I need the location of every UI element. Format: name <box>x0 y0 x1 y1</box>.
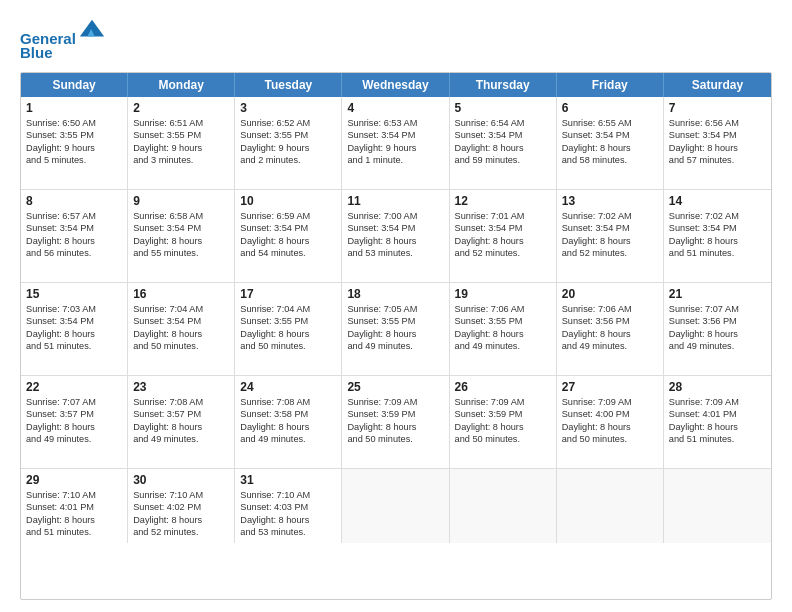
cell-line: Sunrise: 6:58 AM <box>133 210 229 222</box>
cell-line: Daylight: 8 hours <box>347 328 443 340</box>
cell-line: and 3 minutes. <box>133 154 229 166</box>
cell-line: Sunset: 4:01 PM <box>26 501 122 513</box>
cell-line: Daylight: 8 hours <box>669 235 766 247</box>
cell-line: and 53 minutes. <box>240 526 336 538</box>
cell-line: Sunset: 3:56 PM <box>562 315 658 327</box>
cell-line: and 50 minutes. <box>347 433 443 445</box>
cell-line: Sunrise: 7:01 AM <box>455 210 551 222</box>
day-cell-5: 5Sunrise: 6:54 AMSunset: 3:54 PMDaylight… <box>450 97 557 189</box>
cell-line: Daylight: 9 hours <box>347 142 443 154</box>
cell-line: Sunrise: 7:08 AM <box>240 396 336 408</box>
day-cell-3: 3Sunrise: 6:52 AMSunset: 3:55 PMDaylight… <box>235 97 342 189</box>
day-number: 5 <box>455 101 551 115</box>
cell-line: Daylight: 8 hours <box>26 235 122 247</box>
calendar-row-2: 8Sunrise: 6:57 AMSunset: 3:54 PMDaylight… <box>21 189 771 282</box>
day-cell-30: 30Sunrise: 7:10 AMSunset: 4:02 PMDayligh… <box>128 469 235 543</box>
cell-line: Sunset: 3:54 PM <box>562 222 658 234</box>
cell-line: Daylight: 8 hours <box>562 142 658 154</box>
cell-line: Sunset: 3:59 PM <box>455 408 551 420</box>
cell-line: and 1 minute. <box>347 154 443 166</box>
cell-line: Sunrise: 7:09 AM <box>669 396 766 408</box>
day-number: 11 <box>347 194 443 208</box>
day-cell-14: 14Sunrise: 7:02 AMSunset: 3:54 PMDayligh… <box>664 190 771 282</box>
cell-line: and 5 minutes. <box>26 154 122 166</box>
cell-line: and 59 minutes. <box>455 154 551 166</box>
cell-line: Daylight: 8 hours <box>455 328 551 340</box>
day-cell-4: 4Sunrise: 6:53 AMSunset: 3:54 PMDaylight… <box>342 97 449 189</box>
day-number: 30 <box>133 473 229 487</box>
logo-icon <box>78 16 106 44</box>
weekday-header-thursday: Thursday <box>450 73 557 97</box>
cell-line: Sunrise: 7:00 AM <box>347 210 443 222</box>
day-cell-20: 20Sunrise: 7:06 AMSunset: 3:56 PMDayligh… <box>557 283 664 375</box>
day-cell-7: 7Sunrise: 6:56 AMSunset: 3:54 PMDaylight… <box>664 97 771 189</box>
cell-line: Sunset: 3:54 PM <box>347 222 443 234</box>
cell-line: Sunrise: 7:02 AM <box>562 210 658 222</box>
cell-line: Sunrise: 7:06 AM <box>455 303 551 315</box>
cell-line: Daylight: 8 hours <box>133 514 229 526</box>
cell-line: Sunset: 3:58 PM <box>240 408 336 420</box>
cell-line: and 50 minutes. <box>455 433 551 445</box>
cell-line: and 50 minutes. <box>562 433 658 445</box>
cell-line: Sunset: 3:55 PM <box>347 315 443 327</box>
day-number: 8 <box>26 194 122 208</box>
day-cell-19: 19Sunrise: 7:06 AMSunset: 3:55 PMDayligh… <box>450 283 557 375</box>
cell-line: Sunrise: 6:59 AM <box>240 210 336 222</box>
day-cell-9: 9Sunrise: 6:58 AMSunset: 3:54 PMDaylight… <box>128 190 235 282</box>
cell-line: Sunrise: 6:54 AM <box>455 117 551 129</box>
cell-line: Sunrise: 6:57 AM <box>26 210 122 222</box>
cell-line: Sunrise: 7:05 AM <box>347 303 443 315</box>
cell-line: Daylight: 8 hours <box>26 514 122 526</box>
day-number: 19 <box>455 287 551 301</box>
day-number: 21 <box>669 287 766 301</box>
day-number: 27 <box>562 380 658 394</box>
cell-line: Daylight: 8 hours <box>133 328 229 340</box>
empty-cell <box>557 469 664 543</box>
weekday-header-monday: Monday <box>128 73 235 97</box>
calendar-header: SundayMondayTuesdayWednesdayThursdayFrid… <box>21 73 771 97</box>
empty-cell <box>342 469 449 543</box>
cell-line: Sunset: 3:54 PM <box>455 222 551 234</box>
weekday-header-sunday: Sunday <box>21 73 128 97</box>
cell-line: Daylight: 9 hours <box>240 142 336 154</box>
cell-line: Sunrise: 7:09 AM <box>562 396 658 408</box>
day-number: 9 <box>133 194 229 208</box>
cell-line: Sunrise: 6:56 AM <box>669 117 766 129</box>
day-cell-24: 24Sunrise: 7:08 AMSunset: 3:58 PMDayligh… <box>235 376 342 468</box>
cell-line: Daylight: 8 hours <box>347 235 443 247</box>
day-cell-2: 2Sunrise: 6:51 AMSunset: 3:55 PMDaylight… <box>128 97 235 189</box>
cell-line: Daylight: 8 hours <box>240 514 336 526</box>
cell-line: Daylight: 8 hours <box>455 142 551 154</box>
cell-line: and 2 minutes. <box>240 154 336 166</box>
day-number: 23 <box>133 380 229 394</box>
cell-line: Sunrise: 7:03 AM <box>26 303 122 315</box>
day-cell-18: 18Sunrise: 7:05 AMSunset: 3:55 PMDayligh… <box>342 283 449 375</box>
cell-line: and 49 minutes. <box>240 433 336 445</box>
day-cell-22: 22Sunrise: 7:07 AMSunset: 3:57 PMDayligh… <box>21 376 128 468</box>
cell-line: Sunrise: 7:08 AM <box>133 396 229 408</box>
cell-line: Sunrise: 7:02 AM <box>669 210 766 222</box>
calendar-row-3: 15Sunrise: 7:03 AMSunset: 3:54 PMDayligh… <box>21 282 771 375</box>
cell-line: Daylight: 8 hours <box>133 421 229 433</box>
cell-line: Sunset: 3:56 PM <box>669 315 766 327</box>
day-cell-1: 1Sunrise: 6:50 AMSunset: 3:55 PMDaylight… <box>21 97 128 189</box>
cell-line: Daylight: 8 hours <box>347 421 443 433</box>
cell-line: Daylight: 8 hours <box>669 328 766 340</box>
day-cell-23: 23Sunrise: 7:08 AMSunset: 3:57 PMDayligh… <box>128 376 235 468</box>
day-number: 6 <box>562 101 658 115</box>
cell-line: and 52 minutes. <box>133 526 229 538</box>
day-number: 20 <box>562 287 658 301</box>
cell-line: Sunrise: 6:51 AM <box>133 117 229 129</box>
cell-line: Sunset: 3:55 PM <box>26 129 122 141</box>
cell-line: Sunset: 3:54 PM <box>240 222 336 234</box>
cell-line: Sunset: 3:54 PM <box>669 129 766 141</box>
day-number: 12 <box>455 194 551 208</box>
cell-line: and 55 minutes. <box>133 247 229 259</box>
day-number: 31 <box>240 473 336 487</box>
cell-line: and 49 minutes. <box>133 433 229 445</box>
cell-line: Sunset: 4:02 PM <box>133 501 229 513</box>
day-number: 16 <box>133 287 229 301</box>
day-number: 26 <box>455 380 551 394</box>
cell-line: Daylight: 8 hours <box>455 421 551 433</box>
cell-line: Daylight: 9 hours <box>26 142 122 154</box>
